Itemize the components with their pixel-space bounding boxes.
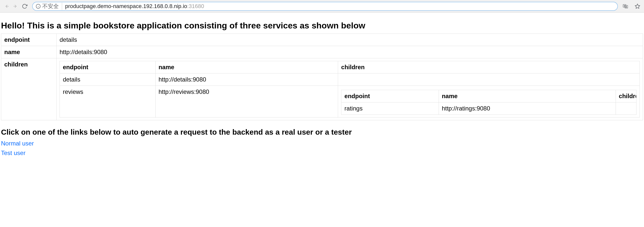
arrow-left-icon (4, 4, 9, 9)
table-row: endpoint details (1, 34, 643, 46)
address-bar[interactable]: 不安全 productpage.demo-namespace.192.168.0… (32, 2, 618, 11)
cell-endpoint: details (60, 73, 156, 86)
cell-name: http://ratings:9080 (439, 102, 616, 115)
page-content: Hello! This is a simple bookstore applic… (0, 13, 644, 157)
services-table: endpoint details name http://details:908… (1, 33, 643, 120)
back-button[interactable] (2, 2, 11, 11)
translate-icon (623, 4, 628, 9)
col-header-name: name (155, 61, 338, 73)
cell-children-empty (338, 73, 640, 86)
arrow-right-icon (13, 4, 18, 9)
col-header-children: children (616, 90, 636, 102)
links-block: Normal user Test user (1, 140, 643, 157)
row-label-children: children (1, 58, 57, 120)
cell-endpoint: reviews (60, 86, 156, 118)
forward-button[interactable] (11, 2, 20, 11)
table-row: ratings http://ratings:9080 (341, 102, 636, 115)
col-header-children: children (338, 61, 640, 73)
url-port: :31680 (187, 3, 204, 10)
url-host: productpage.demo-namespace.192.168.0.8.n… (65, 3, 187, 10)
reload-icon (22, 4, 27, 9)
page-title: Hello! This is a simple bookstore applic… (1, 21, 643, 30)
star-icon (635, 4, 640, 9)
subtitle: Click on one of the links below to auto … (1, 128, 643, 136)
col-header-name: name (439, 90, 616, 102)
table-row: details http://details:9080 (60, 73, 640, 86)
row-value-children: endpoint name children details http://de… (57, 58, 643, 120)
cell-children-empty (616, 102, 636, 115)
nested-children-table: endpoint name children ratings (341, 90, 636, 115)
cell-name: http://details:9080 (155, 73, 338, 86)
reload-button[interactable] (20, 2, 29, 11)
cell-name: http://reviews:9080 (155, 86, 338, 118)
bookmark-button[interactable] (633, 2, 642, 11)
col-header-endpoint: endpoint (60, 61, 156, 73)
test-user-link[interactable]: Test user (1, 149, 25, 156)
security-indicator[interactable]: 不安全 (36, 3, 62, 10)
security-label: 不安全 (42, 3, 59, 10)
row-value-endpoint: details (57, 34, 643, 46)
row-label-endpoint: endpoint (1, 34, 57, 46)
cell-endpoint: ratings (341, 102, 439, 115)
table-row: name http://details:9080 (1, 46, 643, 58)
browser-toolbar: 不安全 productpage.demo-namespace.192.168.0… (0, 0, 644, 13)
normal-user-link[interactable]: Normal user (1, 140, 34, 147)
translate-button[interactable] (621, 2, 630, 11)
row-value-name: http://details:9080 (57, 46, 643, 58)
table-row: children endpoint name children (1, 58, 643, 120)
children-table: endpoint name children details http://de… (60, 61, 640, 118)
cell-children-nested: endpoint name children ratings (338, 86, 640, 118)
table-row: reviews http://reviews:9080 (60, 86, 640, 118)
toolbar-right (621, 2, 642, 11)
info-icon (36, 4, 41, 9)
svg-marker-7 (635, 4, 640, 8)
col-header-endpoint: endpoint (341, 90, 439, 102)
row-label-name: name (1, 46, 57, 58)
